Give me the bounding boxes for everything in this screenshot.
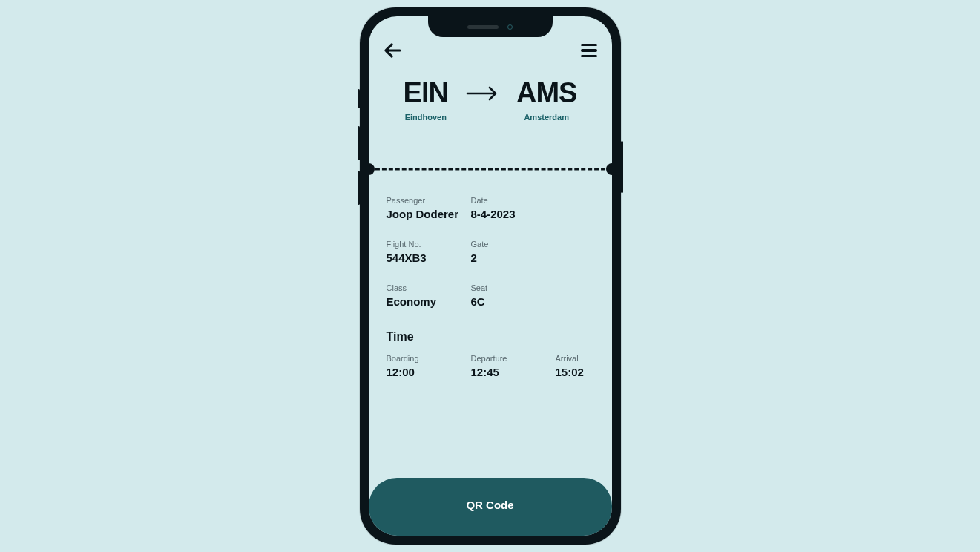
destination: AMS Amsterdam [516,79,576,122]
gate-value: 2 [471,252,556,264]
departure-label: Departure [471,354,556,363]
date-label: Date [471,196,556,205]
screen: EIN Eindhoven AMS Amsterdam Passenger [369,16,612,536]
flight-no-label: Flight No. [387,240,471,249]
cutout [369,163,375,175]
qr-code-label: QR Code [466,499,513,511]
arrow-left-icon [384,43,401,58]
menu-button[interactable] [581,44,597,58]
destination-code: AMS [516,79,576,107]
camera [507,24,513,30]
phone-notch [428,16,553,37]
speaker [467,25,499,29]
qr-code-button[interactable]: QR Code [369,478,612,536]
origin: EIN Eindhoven [404,79,448,122]
gate-field: Gate 2 [471,240,556,264]
time-row: Boarding 12:00 Departure 12:45 Arrival 1… [369,354,612,378]
departure-field: Departure 12:45 [471,354,556,378]
arrival-label: Arrival [556,354,612,363]
seat-label: Seat [471,283,556,292]
origin-code: EIN [404,79,448,107]
arrow-right-icon [466,86,499,101]
date-value: 8-4-2023 [471,208,556,220]
date-field: Date 8-4-2023 [471,196,556,220]
destination-city: Amsterdam [516,113,576,122]
route-arrow [466,86,499,104]
hamburger-icon [581,44,597,47]
class-value: Economy [387,295,471,308]
details: Passenger Joop Doderer Date 8-4-2023 Fli… [369,175,612,308]
class-label: Class [387,283,471,292]
route-summary: EIN Eindhoven AMS Amsterdam [369,79,612,122]
ticket-divider [369,163,612,175]
seat-value: 6C [471,295,556,308]
flight-no-field: Flight No. 544XB3 [387,240,471,264]
time-title: Time [387,330,594,344]
arrival-value: 15:02 [556,366,612,378]
side-button [621,141,623,193]
boarding-field: Boarding 12:00 [387,354,471,378]
side-button [358,89,360,108]
boarding-value: 12:00 [387,366,471,378]
flight-no-value: 544XB3 [387,252,471,264]
back-button[interactable] [384,43,401,58]
boarding-label: Boarding [387,354,471,363]
origin-city: Eindhoven [404,113,448,122]
seat-field: Seat 6C [471,283,556,308]
departure-value: 12:45 [471,366,556,378]
passenger-value: Joop Doderer [387,208,471,220]
side-button [358,126,360,160]
arrival-field: Arrival 15:02 [556,354,612,378]
dashed-line [369,168,612,171]
passenger-field: Passenger Joop Doderer [387,196,471,220]
side-button [358,171,360,205]
passenger-label: Passenger [387,196,471,205]
cutout [606,163,612,175]
class-field: Class Economy [387,283,471,308]
gate-label: Gate [471,240,556,249]
phone-frame: EIN Eindhoven AMS Amsterdam Passenger [360,7,621,545]
